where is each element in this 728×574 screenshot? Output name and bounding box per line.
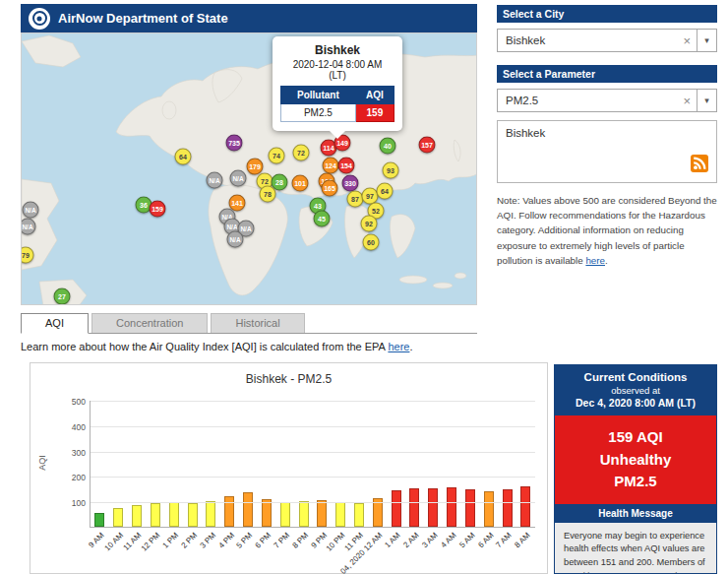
chart-bar[interactable] [354,503,364,527]
chart-bar[interactable] [243,492,253,527]
map-marker[interactable]: 735 [226,135,243,152]
map-marker[interactable]: 159 [150,201,166,218]
chart-bar[interactable] [169,502,179,527]
map-marker[interactable]: N/A [207,172,223,189]
map-marker[interactable]: 74 [269,148,285,164]
parameter-clear-icon[interactable]: × [677,94,697,108]
parameter-chevron-down-icon[interactable]: ▾ [697,90,716,111]
aqi-world-map[interactable]: 64735747211414940157179N/A12415410112293… [21,32,477,305]
chart-x-tick: 2 AM [402,531,421,549]
chart-bar[interactable] [409,488,419,527]
chart-x-tick: 10 AM [102,531,124,552]
chart-plot: 9 AM10 AM11 AM12 PM1 PM2 PM3 PM4 PM5 PM6… [90,401,535,528]
note-suffix: . [605,255,608,266]
rss-feed-icon[interactable] [691,155,708,172]
parameter-select[interactable]: PM2.5 × ▾ [497,89,717,112]
current-conditions-header: Current Conditions observed at Dec 4, 20… [555,365,716,415]
map-marker[interactable]: 157 [419,137,436,154]
chart-bar[interactable] [317,500,327,527]
map-marker[interactable]: N/A [23,202,39,219]
chart-bar[interactable] [392,490,401,527]
city-chevron-down-icon[interactable]: ▾ [697,30,716,51]
chart-gridline [91,452,535,453]
chart-bar[interactable] [132,505,142,527]
chart-bar[interactable] [520,486,530,527]
chart-bar-slot: 5 PM [239,401,258,527]
chart-bar[interactable] [503,489,513,527]
popup-table: Pollutant AQI PM2.5 159 [280,86,394,122]
map-marker[interactable]: 64 [175,149,192,165]
popup-arrow [329,130,346,139]
map-marker[interactable]: 40 [380,138,396,155]
chart-bar[interactable] [94,513,104,527]
chart-x-tick: 5 AM [457,531,476,549]
feed-city-label: Bishkek [506,127,545,139]
chart-x-tick: 1 AM [384,531,402,549]
map-marker[interactable]: 330 [342,175,359,192]
map-marker[interactable]: 124 [323,158,339,174]
chart-bar[interactable] [188,503,198,528]
map-marker[interactable]: 93 [383,162,399,179]
chart-bar[interactable] [299,501,309,527]
chart-bar-slot: 1 PM [164,401,183,527]
current-conditions-title: Current Conditions [559,371,712,383]
map-marker[interactable]: 72 [293,145,310,161]
chart-bar-slot: 8 AM [516,401,535,527]
chart-bar[interactable] [280,502,290,527]
chart-bar[interactable] [428,488,438,527]
chart-bar[interactable] [335,502,345,527]
chart-bar-slot: 1 AM [387,401,405,527]
chart-bar-slot: 7 AM [498,401,516,527]
map-marker[interactable]: 165 [322,180,338,197]
chart-bar-slot: 5 AM [461,401,480,527]
page: AirNow Department of State 64735747 [0,0,728,574]
chart-bar[interactable] [151,503,160,527]
aqi-category: Unhealthy [559,449,712,472]
chart-bar-slot: 6 AM [479,401,498,527]
note-link[interactable]: here [585,255,605,266]
city-select[interactable]: Bishkek × ▾ [497,29,717,52]
select-parameter-header: Select a Parameter [497,65,717,83]
map-marker[interactable]: 101 [292,175,309,192]
map-marker[interactable]: 27 [54,288,71,305]
chart-bar-slot: 6 PM [257,401,275,527]
map-marker[interactable]: 64 [377,183,394,200]
map-marker[interactable]: 179 [247,159,264,175]
tab-concentration[interactable]: Concentration [91,313,209,333]
chart-bar-slot: 4 PM [220,401,239,527]
popup-city: Bishkek [280,43,394,57]
chart-bar-slot: 3 PM [202,401,220,527]
chart-gridline [91,502,535,503]
chart-bar[interactable] [206,501,215,527]
map-marker[interactable]: 154 [338,158,355,174]
chart-bar-slot: 8 PM [294,401,313,527]
chart-x-tick: 12 PM [140,531,162,553]
map-marker[interactable]: 92 [361,216,378,232]
map-marker[interactable]: 78 [260,186,276,203]
chart-bar[interactable] [113,508,123,527]
health-message-text: Everyone may begin to experience health … [555,523,716,574]
map-marker[interactable]: N/A [227,231,244,248]
map-marker[interactable]: 45 [314,211,331,227]
chart-x-tick: 6 AM [476,531,495,549]
popup-timezone: (LT) [280,70,394,81]
city-clear-icon[interactable]: × [677,33,697,48]
tab-historical[interactable]: Historical [211,313,304,333]
chart-x-tick: 5 PM [235,531,255,550]
map-marker[interactable]: N/A [230,170,247,187]
chart-bar[interactable] [224,496,234,527]
map-marker[interactable]: 60 [363,234,380,251]
chart-bar[interactable] [484,491,494,527]
epa-link[interactable]: here [388,341,409,352]
observed-datetime: Dec 4, 2020 8:00 AM (LT) [559,397,712,409]
chart-bar[interactable] [465,489,475,527]
chart-bar-slot: 04, 2020 12 AM [368,401,387,527]
parameter-select-value: PM2.5 [506,95,538,106]
popup-aqi-value: 159 [355,104,394,122]
chart-bar[interactable] [447,487,456,527]
tab-aqi[interactable]: AQI [21,313,89,334]
popup-pollutant-header: Pollutant [281,87,356,104]
chart-x-tick: 8 AM [514,531,532,549]
chart-y-tick: 500 [72,397,86,407]
chart-title: Bishkek - PM2.5 [30,372,547,386]
